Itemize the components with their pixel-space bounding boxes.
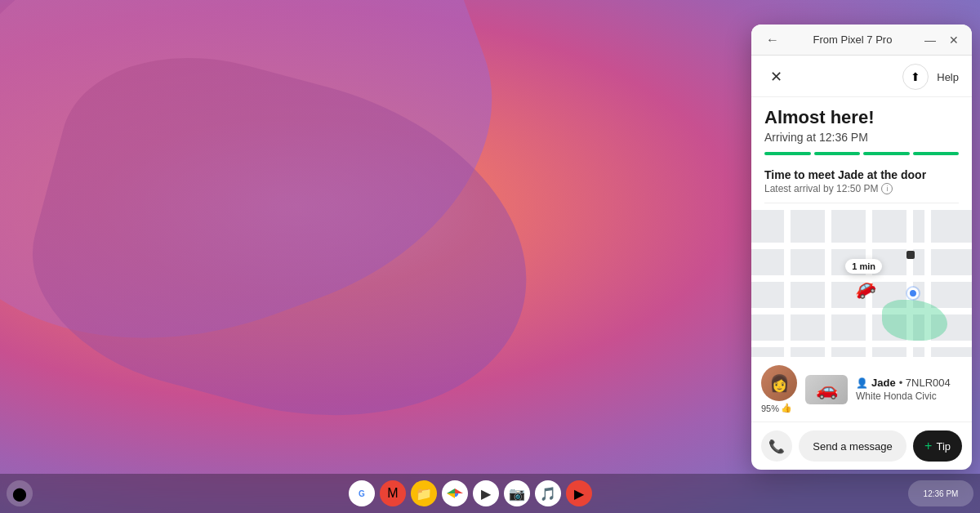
driver-name: Jade bbox=[871, 377, 896, 389]
window-titlebar: ← From Pixel 7 Pro — ✕ bbox=[751, 25, 972, 56]
help-button[interactable]: Help bbox=[937, 71, 959, 83]
phone-notification-window: ← From Pixel 7 Pro — ✕ ✕ ⬆ Help Almost h… bbox=[751, 25, 972, 470]
taskbar-center: G M 📁 ▶ 📷 🎵 ▶ bbox=[33, 480, 908, 506]
progress-bar bbox=[764, 152, 959, 155]
taskbar-chrome-icon[interactable] bbox=[442, 480, 468, 506]
taskbar-launcher-icon[interactable]: ⬤ bbox=[7, 480, 33, 506]
rating-icon: 👍 bbox=[781, 403, 792, 413]
eta-bubble: 1 min bbox=[845, 259, 882, 274]
driver-rating: 95% 👍 bbox=[761, 403, 797, 413]
info-icon[interactable]: i bbox=[881, 183, 893, 194]
share-button[interactable]: ⬆ bbox=[902, 64, 929, 90]
map-green-area bbox=[882, 300, 947, 341]
arriving-prefix: Arriving at bbox=[764, 131, 816, 144]
status-title: Almost here! bbox=[764, 107, 959, 128]
header-actions: ⬆ Help bbox=[902, 64, 959, 90]
arriving-time-value: 12:36 PM bbox=[819, 131, 868, 144]
taskbar-red-icon[interactable]: ▶ bbox=[566, 480, 592, 506]
progress-segment-4 bbox=[913, 152, 960, 155]
meet-subtitle-text: Latest arrival by 12:50 PM bbox=[764, 183, 878, 194]
tip-label: Tip bbox=[936, 440, 951, 453]
meet-section: Time to meet Jade at the door Latest arr… bbox=[764, 163, 959, 203]
app-close-button[interactable]: ✕ bbox=[764, 65, 787, 88]
driver-name-row: 👤 Jade • 7NLR004 bbox=[856, 377, 962, 389]
titlebar-title: From Pixel 7 Pro bbox=[813, 33, 893, 46]
map-container: 1 min 🚗 bbox=[751, 210, 972, 357]
tip-button[interactable]: + Tip bbox=[913, 430, 962, 462]
taskbar-right: 12:36 PM bbox=[908, 480, 973, 506]
driver-person-icon: 👤 bbox=[856, 377, 868, 389]
call-button[interactable]: 📞 bbox=[761, 430, 792, 462]
driver-details: 👤 Jade • 7NLR004 White Honda Civic bbox=[856, 377, 962, 402]
user-location-dot bbox=[907, 288, 919, 299]
send-message-button[interactable]: Send a message bbox=[799, 430, 906, 462]
svg-text:G: G bbox=[359, 489, 365, 498]
titlebar-back-button[interactable]: ← bbox=[761, 31, 784, 49]
tip-plus-icon: + bbox=[924, 439, 932, 453]
driver-plate: • 7NLR004 bbox=[899, 377, 951, 389]
main-content: Almost here! Arriving at 12:36 PM Time t… bbox=[751, 97, 972, 210]
window-close-button[interactable]: ✕ bbox=[946, 32, 962, 48]
taskbar-play-icon[interactable]: ▶ bbox=[473, 480, 499, 506]
rating-value: 95% bbox=[761, 404, 779, 413]
road-vertical-2 bbox=[825, 210, 831, 357]
taskbar: ⬤ G M 📁 ▶ 📷 🎵 ▶ 12:36 PM bbox=[0, 474, 980, 513]
driver-avatar: 👩 bbox=[761, 365, 797, 401]
titlebar-controls: — ✕ bbox=[921, 32, 962, 48]
car-photo: 🚗 bbox=[805, 375, 848, 404]
car-model: White Honda Civic bbox=[856, 390, 962, 402]
progress-segment-3 bbox=[863, 152, 910, 155]
taskbar-google-icon[interactable]: G bbox=[349, 480, 375, 506]
action-buttons: 📞 Send a message + Tip bbox=[751, 422, 972, 470]
taskbar-files-icon[interactable]: 📁 bbox=[411, 480, 437, 506]
taskbar-music-icon[interactable]: 🎵 bbox=[535, 480, 561, 506]
car-container: 1 min 🚗 bbox=[845, 259, 882, 298]
taskbar-status-area[interactable]: 12:36 PM bbox=[908, 480, 973, 506]
car-icon: 🚗 bbox=[849, 273, 878, 302]
progress-segment-1 bbox=[764, 152, 811, 155]
road-vertical-1 bbox=[784, 210, 791, 357]
taskbar-gmail-icon[interactable]: M bbox=[380, 480, 406, 506]
meet-subtitle: Latest arrival by 12:50 PM i bbox=[764, 183, 959, 194]
app-header: ✕ ⬆ Help bbox=[751, 56, 972, 97]
progress-segment-2 bbox=[814, 152, 861, 155]
minimize-button[interactable]: — bbox=[921, 32, 939, 48]
arriving-text: Arriving at 12:36 PM bbox=[764, 131, 959, 144]
taskbar-left: ⬤ bbox=[7, 480, 33, 506]
driver-avatar-wrap: 👩 95% 👍 bbox=[761, 365, 797, 413]
driver-info: 👩 95% 👍 🚗 👤 Jade • 7NLR004 White Honda C… bbox=[751, 357, 972, 422]
meet-title: Time to meet Jade at the door bbox=[764, 168, 959, 181]
destination-marker bbox=[906, 251, 915, 259]
taskbar-camera-icon[interactable]: 📷 bbox=[504, 480, 530, 506]
